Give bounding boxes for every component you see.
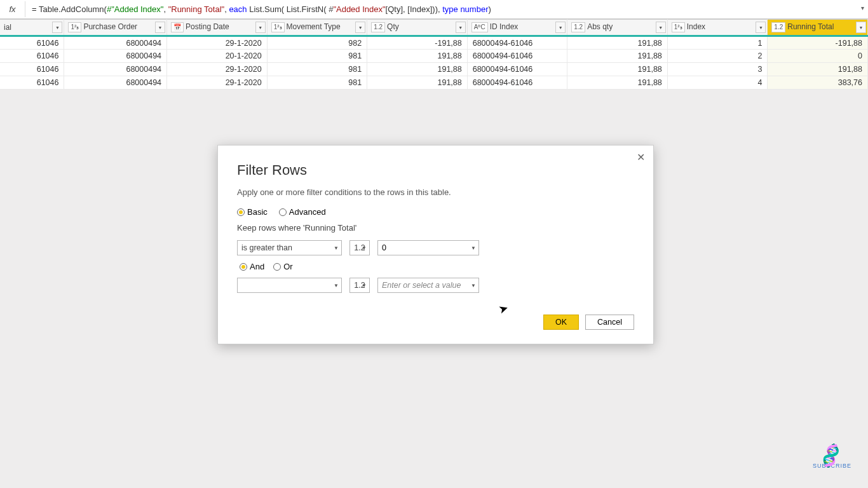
- column-dropdown-icon[interactable]: ▼: [355, 22, 365, 33]
- column-label: Abs qty: [587, 22, 613, 31]
- or-radio[interactable]: Or: [273, 262, 292, 271]
- column-dropdown-icon[interactable]: ▼: [555, 22, 566, 33]
- table-cell[interactable]: -191,88: [367, 36, 468, 50]
- table-cell[interactable]: 68000494: [64, 36, 167, 50]
- table-cell[interactable]: 191,88: [567, 36, 668, 50]
- table-cell[interactable]: 191,88: [768, 63, 868, 76]
- formula-text[interactable]: = Table.AddColumn(#"Added Index", "Runni…: [25, 4, 868, 14]
- radio-dot-icon: [273, 263, 281, 271]
- value-input[interactable]: [382, 243, 475, 252]
- type-combo-2[interactable]: 1.2▼: [349, 278, 370, 293]
- f-a2: "Running Total": [168, 4, 225, 14]
- table-cell[interactable]: 29-1-2020: [167, 76, 268, 90]
- column-label: Posting Date: [186, 22, 229, 31]
- table-cell[interactable]: 61046: [0, 36, 64, 50]
- table-cell[interactable]: 68000494: [64, 63, 167, 76]
- f-s1: ,: [163, 4, 168, 14]
- f-eq: =: [32, 4, 39, 14]
- operator-combo[interactable]: is greater than▼: [237, 240, 342, 255]
- and-radio[interactable]: And: [240, 262, 264, 271]
- f-ls: List.Sum( List.FirstN( #: [247, 4, 334, 14]
- table-row[interactable]: 610466800049429-1-2020982-191,8868000494…: [0, 36, 868, 50]
- table-cell[interactable]: 981: [267, 50, 367, 63]
- type-icon: 1²₃: [672, 22, 685, 32]
- cancel-button[interactable]: Cancel: [585, 315, 634, 330]
- column-header[interactable]: ial▼: [0, 20, 64, 36]
- column-label: Purchase Order: [83, 22, 137, 31]
- table-cell[interactable]: 0: [768, 50, 868, 63]
- table-cell[interactable]: 1: [667, 36, 768, 50]
- table-cell[interactable]: 383,76: [768, 76, 868, 90]
- f-type: type: [442, 4, 458, 14]
- f-a3: "Added Index": [333, 4, 385, 14]
- radio-dot-icon: [279, 208, 287, 216]
- table-cell[interactable]: 68000494: [64, 76, 167, 90]
- type-combo[interactable]: 1.2▼: [349, 240, 370, 255]
- column-header[interactable]: 1.2Abs qty▼: [567, 20, 668, 36]
- column-header[interactable]: 1²₃Purchase Order▼: [64, 20, 167, 36]
- formula-expand-icon[interactable]: ▾: [861, 4, 864, 11]
- column-header[interactable]: 📅Posting Date▼: [167, 20, 268, 36]
- table-cell[interactable]: 191,88: [567, 76, 668, 90]
- table-cell[interactable]: 191,88: [567, 63, 668, 76]
- table-cell[interactable]: 68000494-61046: [467, 36, 567, 50]
- table-row[interactable]: 610466800049429-1-2020981191,8868000494-…: [0, 76, 868, 90]
- column-dropdown-icon[interactable]: ▼: [756, 22, 766, 33]
- table-cell[interactable]: 68000494-61046: [467, 76, 567, 90]
- table-cell[interactable]: 191,88: [367, 63, 468, 76]
- ok-button[interactable]: OK: [543, 315, 579, 330]
- operator-value: is greater than: [241, 243, 292, 252]
- type-icon: 1²₃: [271, 22, 285, 32]
- f-num: number: [458, 4, 489, 14]
- table-cell[interactable]: 68000494: [64, 50, 167, 63]
- table-cell[interactable]: 2: [667, 50, 768, 63]
- table-cell[interactable]: -191,88: [768, 36, 868, 50]
- value-input-2[interactable]: [382, 281, 475, 290]
- column-dropdown-icon[interactable]: ▼: [856, 22, 866, 33]
- table-row[interactable]: 610466800049420-1-2020981191,8868000494-…: [0, 50, 868, 63]
- column-dropdown-icon[interactable]: ▼: [155, 22, 165, 33]
- table-cell[interactable]: 61046: [0, 76, 64, 90]
- column-dropdown-icon[interactable]: ▼: [52, 22, 62, 33]
- basic-label: Basic: [247, 207, 268, 217]
- table-cell[interactable]: 61046: [0, 63, 64, 76]
- table-cell[interactable]: 3: [667, 63, 768, 76]
- close-icon[interactable]: ✕: [633, 149, 648, 165]
- table-cell[interactable]: 191,88: [567, 50, 668, 63]
- table-cell[interactable]: 981: [267, 63, 367, 76]
- operator-combo-2[interactable]: ▼: [237, 278, 342, 293]
- table-cell[interactable]: 68000494-61046: [467, 63, 567, 76]
- column-dropdown-icon[interactable]: ▼: [656, 22, 666, 33]
- column-dropdown-icon[interactable]: ▼: [456, 22, 466, 33]
- dialog-description: Apply one or more filter conditions to t…: [237, 187, 634, 197]
- column-dropdown-icon[interactable]: ▼: [255, 22, 266, 33]
- column-header[interactable]: 1²₃Movement Type▼: [267, 20, 367, 36]
- and-or-radio-row: And Or: [240, 262, 634, 271]
- filter-condition-2: ▼ 1.2▼ ▼: [237, 278, 634, 293]
- column-header[interactable]: 1.2Qty▼: [367, 20, 468, 36]
- radio-dot-icon: [240, 263, 247, 271]
- column-header[interactable]: 1²₃Index▼: [667, 20, 768, 36]
- table-cell[interactable]: 191,88: [367, 50, 468, 63]
- column-header[interactable]: 1.2Running Total▼: [768, 20, 868, 36]
- table-row[interactable]: 610466800049429-1-2020981191,8868000494-…: [0, 63, 868, 76]
- advanced-radio[interactable]: Advanced: [279, 207, 326, 217]
- table-cell[interactable]: 61046: [0, 50, 64, 63]
- table-cell[interactable]: 981: [267, 76, 367, 90]
- table-cell[interactable]: 29-1-2020: [167, 63, 268, 76]
- table-cell[interactable]: 982: [267, 36, 367, 50]
- table-cell[interactable]: 68000494-61046: [467, 50, 567, 63]
- type-icon: 1²₃: [68, 22, 81, 32]
- value-combo[interactable]: ▼: [377, 240, 479, 255]
- table-cell[interactable]: 191,88: [367, 76, 468, 90]
- column-header[interactable]: AᴮCID Index▼: [467, 20, 567, 36]
- filter-condition-1: is greater than▼ 1.2▼ ▼: [237, 240, 634, 255]
- value-combo-2[interactable]: ▼: [377, 278, 479, 293]
- type-icon: 1.2: [371, 22, 385, 32]
- column-label: Qty: [387, 22, 399, 31]
- table-cell[interactable]: 4: [667, 76, 768, 90]
- table-cell[interactable]: 20-1-2020: [167, 50, 268, 63]
- mode-radio-row: Basic Advanced: [237, 207, 634, 217]
- table-cell[interactable]: 29-1-2020: [167, 36, 268, 50]
- basic-radio[interactable]: Basic: [237, 207, 268, 217]
